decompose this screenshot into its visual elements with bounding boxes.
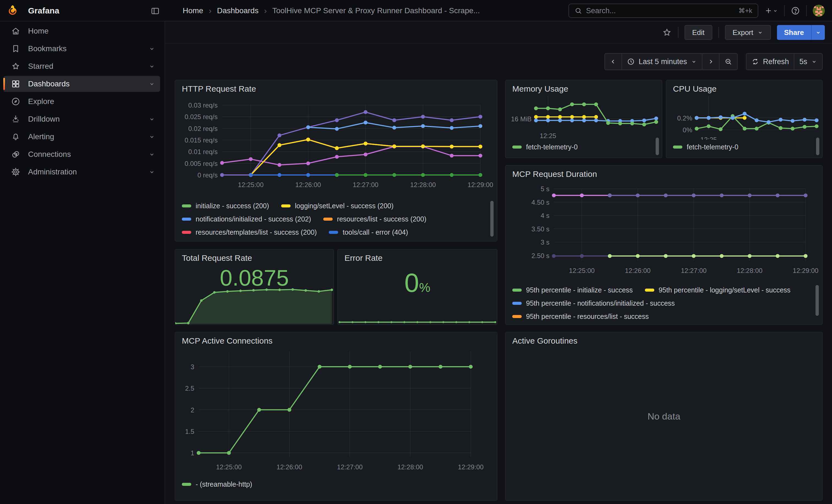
panel-title[interactable]: MCP Active Connections: [182, 336, 272, 346]
sidebar-item-explore[interactable]: Explore: [3, 94, 160, 109]
legend-item[interactable]: tools/call - error (404): [329, 228, 408, 236]
svg-text:0.01 req/s: 0.01 req/s: [188, 148, 218, 155]
legend-row: 95th percentile - resources/templates/li…: [512, 323, 811, 324]
favorite-star-button[interactable]: [662, 27, 672, 37]
sidebar-item-label: Administration: [28, 167, 77, 176]
legend-item[interactable]: 95th percentile - notifications/initiali…: [512, 299, 675, 307]
grafana-logo[interactable]: [7, 5, 19, 17]
search-input[interactable]: Search... ⌘+k: [568, 4, 758, 18]
zoom-out-button[interactable]: [719, 54, 737, 70]
mcp-active-connections-chart[interactable]: 32.521.5112:25:0012:26:0012:27:0012:28:0…: [175, 349, 497, 478]
legend-item[interactable]: - (streamable-http): [182, 480, 252, 488]
export-button[interactable]: Export: [725, 25, 771, 40]
edit-button[interactable]: Edit: [684, 25, 712, 40]
panel-mcp-request-duration: MCP Request Duration 5 s4.50 s4 s3.50 s3…: [505, 165, 823, 325]
panel-active-goroutines: Active Goroutines No data: [505, 332, 823, 501]
svg-text:12:25:00: 12:25:00: [216, 463, 241, 471]
legend-chip: [182, 205, 191, 207]
sidebar-item-starred[interactable]: Starred: [3, 58, 160, 74]
legend-item[interactable]: 95th percentile - resources/list - succe…: [512, 313, 649, 320]
svg-text:12:25: 12:25: [701, 136, 717, 140]
legend-chip: [645, 289, 654, 292]
legend-item[interactable]: fetch-telemetry-0: [673, 143, 738, 151]
legend-item[interactable]: fetch-telemetry-0: [512, 143, 578, 151]
legend-label: - (streamable-http): [196, 480, 252, 488]
svg-text:12:27:00: 12:27:00: [337, 463, 363, 471]
breadcrumb-current: ToolHive MCP Server & Proxy Runner Dashb…: [272, 6, 480, 15]
panel-title[interactable]: Total Request Rate: [182, 254, 252, 263]
sidebar-item-connections[interactable]: Connections: [3, 147, 160, 162]
add-button[interactable]: [764, 7, 778, 15]
svg-text:12:26:00: 12:26:00: [625, 267, 650, 274]
breadcrumb-home[interactable]: Home: [183, 6, 203, 15]
panel-title[interactable]: MCP Request Duration: [512, 169, 597, 179]
chevron-down-icon: [149, 116, 155, 123]
share-button[interactable]: Share: [777, 25, 811, 40]
panel-title[interactable]: Memory Usage: [512, 84, 568, 94]
sidebar-toggle-icon[interactable]: [150, 5, 161, 17]
chevron-down-icon: [149, 133, 155, 140]
error-rate-sparkline[interactable]: [338, 315, 497, 324]
panel-title[interactable]: HTTP Request Rate: [182, 84, 256, 94]
http-request-rate-chart[interactable]: 0 req/s0.005 req/s0.01 req/s0.015 req/s0…: [175, 98, 497, 191]
memory-usage-chart[interactable]: 16 MiB12:25: [506, 92, 662, 140]
time-range-picker[interactable]: Last 5 minutes: [622, 54, 702, 70]
legend-label: initialize - success (200): [196, 202, 269, 210]
help-button[interactable]: [791, 6, 800, 16]
time-back-button[interactable]: [605, 54, 622, 70]
divider: [784, 5, 785, 16]
sidebar-item-dashboards[interactable]: Dashboards: [3, 76, 160, 92]
svg-text:0.2%: 0.2%: [677, 114, 692, 122]
share-dropdown-button[interactable]: [811, 25, 825, 40]
sidebar-item-home[interactable]: Home: [3, 23, 160, 39]
svg-text:4 s: 4 s: [541, 212, 549, 219]
legend-item[interactable]: 95th percentile - initialize - success: [512, 286, 633, 294]
panel-title[interactable]: Error Rate: [344, 254, 383, 263]
panel-http-request-rate: HTTP Request Rate 0 req/s0.005 req/s0.01…: [175, 80, 497, 242]
legend-scrollbar[interactable]: [815, 285, 819, 316]
sidebar-item-drilldown[interactable]: Drilldown: [3, 111, 160, 127]
sidebar-item-administration[interactable]: Administration: [3, 164, 160, 180]
legend-item[interactable]: resources/list - success (200): [323, 215, 426, 223]
legend-chip: [512, 289, 522, 292]
cpu-usage-chart[interactable]: 0.2%0%12:25: [666, 92, 822, 140]
avatar[interactable]: [813, 5, 825, 17]
legend-scrollbar[interactable]: [816, 137, 820, 155]
time-forward-button[interactable]: [702, 54, 719, 70]
sidebar: HomeBookmarksStarredDashboardsExploreDri…: [0, 22, 165, 504]
legend-chip: [329, 231, 338, 234]
panel-error-rate: Error Rate 0%: [337, 249, 497, 325]
legend-item[interactable]: logging/setLevel - success (200): [281, 202, 394, 210]
legend-chip: [673, 145, 682, 149]
svg-text:12:25:00: 12:25:00: [238, 181, 264, 188]
legend-label: resources/list - success (200): [337, 215, 426, 223]
sidebar-item-bookmarks[interactable]: Bookmarks: [3, 41, 160, 57]
panel-title[interactable]: Active Goroutines: [512, 336, 577, 346]
legend-item[interactable]: resources/templates/list - success (200): [182, 228, 317, 236]
legend-row: 95th percentile - initialize - success95…: [512, 283, 811, 297]
breadcrumb-dashboards[interactable]: Dashboards: [217, 6, 259, 15]
legend-item[interactable]: notifications/initialized - success (202…: [182, 215, 311, 223]
chevron-down-icon: [757, 29, 763, 35]
refresh-interval-picker[interactable]: 5s: [794, 54, 822, 70]
panel-cpu-usage: CPU Usage 0.2%0%12:25 fetch-telemetry-0: [666, 80, 823, 158]
home-icon: [11, 26, 20, 36]
svg-text:3: 3: [191, 363, 194, 371]
sidebar-item-alerting[interactable]: Alerting: [3, 129, 160, 145]
legend-row: notifications/initialized - success (202…: [182, 212, 486, 226]
connections-icon: [11, 150, 20, 159]
chevron-left-icon: [610, 58, 617, 65]
divider: [806, 5, 807, 16]
legend-scrollbar[interactable]: [490, 201, 494, 237]
legend-row: fetch-telemetry-0: [512, 140, 651, 154]
mcp-request-duration-chart[interactable]: 5 s4.50 s4 s3.50 s3 s2.50 s12:25:0012:26…: [506, 183, 822, 278]
refresh-button[interactable]: Refresh: [747, 54, 794, 70]
svg-text:0 req/s: 0 req/s: [198, 171, 218, 179]
dashboard-toolbar: Edit Export Share: [165, 22, 832, 44]
legend-scrollbar[interactable]: [656, 137, 659, 155]
panel-title[interactable]: CPU Usage: [673, 84, 717, 94]
chevron-down-icon: [691, 59, 697, 65]
legend-item[interactable]: initialize - success (200): [182, 202, 269, 210]
legend-item[interactable]: 95th percentile - logging/setLevel - suc…: [645, 286, 790, 294]
svg-text:12:25:00: 12:25:00: [569, 267, 595, 274]
